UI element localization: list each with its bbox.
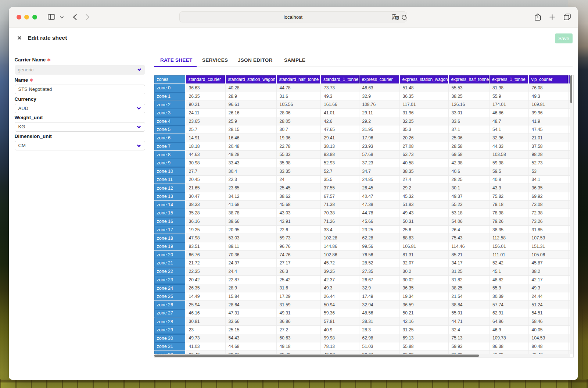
svg-text:✕: ✕ — [396, 17, 398, 20]
